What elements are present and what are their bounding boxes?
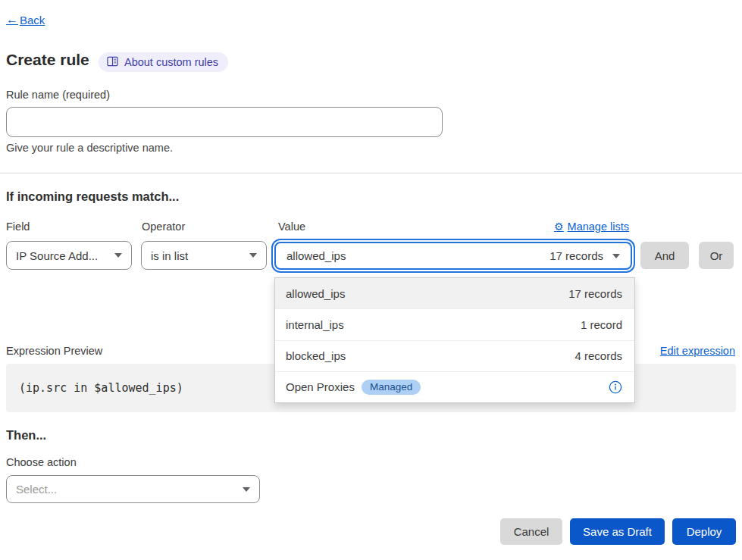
rule-name-input[interactable] — [6, 107, 443, 137]
expression-code: (ip.src in $allowed_ips) — [19, 381, 183, 395]
list-option-blocked-ips[interactable]: blocked_ips 4 records — [275, 340, 634, 371]
list-name: allowed_ips — [286, 287, 345, 300]
chevron-down-icon — [612, 254, 620, 258]
field-label: Field — [6, 221, 30, 233]
edit-expression-link[interactable]: Edit expression — [660, 345, 735, 357]
about-custom-rules-label: About custom rules — [124, 56, 218, 68]
action-select[interactable]: Select... — [6, 475, 260, 503]
list-meta: 1 record — [581, 318, 622, 331]
list-name: internal_ips — [286, 318, 344, 331]
list-option-internal-ips[interactable]: internal_ips 1 record — [275, 308, 634, 339]
value-select-records: 17 records — [549, 249, 603, 262]
lists-dropdown-menu: allowed_ips 17 records internal_ips 1 re… — [274, 277, 635, 403]
arrow-left-icon: ← — [6, 13, 18, 27]
or-button[interactable]: Or — [699, 242, 734, 269]
choose-action-label: Choose action — [6, 456, 77, 468]
managed-badge: Managed — [362, 380, 421, 395]
value-label: Value — [278, 221, 305, 233]
chevron-down-icon — [114, 253, 122, 258]
create-rule-page: ← Back Create rule About custom rules Ru… — [0, 0, 742, 560]
field-select[interactable]: IP Source Add... — [6, 241, 132, 270]
rule-name-helper: Give your rule a descriptive name. — [6, 142, 173, 154]
list-name: blocked_ips — [286, 349, 346, 362]
manage-lists-link[interactable]: ⚙ Manage lists — [554, 221, 629, 233]
page-title: Create rule — [6, 51, 89, 69]
operator-label: Operator — [142, 221, 185, 233]
chevron-down-icon — [249, 253, 257, 258]
manage-lists-label: Manage lists — [568, 221, 629, 233]
operator-select-value: is in list — [151, 249, 188, 262]
chevron-down-icon — [243, 487, 250, 492]
list-meta: 4 records — [575, 349, 622, 362]
list-name: Open Proxies — [286, 380, 355, 393]
then-section-heading: Then... — [6, 428, 46, 443]
value-select-value: allowed_ips — [286, 249, 346, 262]
operator-select[interactable]: is in list — [141, 241, 267, 270]
value-select[interactable]: allowed_ips 17 records — [274, 242, 632, 270]
cancel-button[interactable]: Cancel — [500, 518, 562, 545]
field-select-value: IP Source Add... — [16, 249, 98, 262]
info-icon[interactable] — [609, 380, 622, 394]
deploy-button[interactable]: Deploy — [672, 518, 736, 545]
action-select-placeholder: Select... — [16, 483, 57, 496]
list-option-open-proxies[interactable]: Open Proxies Managed — [275, 371, 634, 402]
match-section-heading: If incoming requests match... — [6, 189, 179, 204]
list-meta: 17 records — [568, 287, 622, 300]
expression-preview-label: Expression Preview — [6, 345, 102, 357]
save-as-draft-button[interactable]: Save as Draft — [570, 518, 665, 545]
back-link[interactable]: ← Back — [6, 13, 45, 27]
gear-icon: ⚙ — [554, 221, 564, 233]
list-option-allowed-ips[interactable]: allowed_ips 17 records — [275, 278, 634, 308]
rule-name-label: Rule name (required) — [6, 89, 110, 101]
book-icon — [107, 56, 118, 69]
about-custom-rules-link[interactable]: About custom rules — [99, 52, 228, 72]
section-divider — [0, 173, 742, 174]
back-label: Back — [20, 14, 45, 27]
and-button[interactable]: And — [640, 242, 689, 269]
